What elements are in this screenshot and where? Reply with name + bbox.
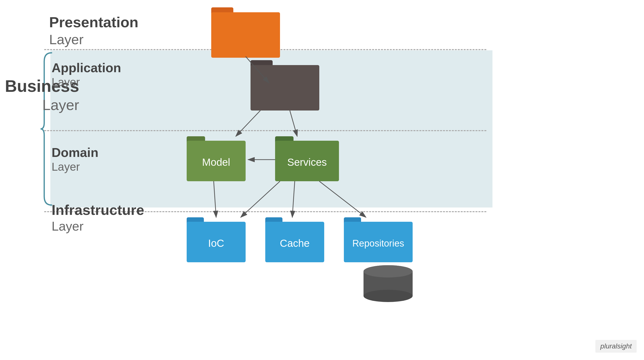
presentation-layer-label: Presentation Layer	[49, 14, 138, 48]
model-folder: Model	[187, 136, 246, 181]
repositories-folder: Repositories	[344, 217, 413, 262]
diagram-container: Presentation Layer Business Layer Applic…	[0, 0, 644, 360]
cache-folder-label: Cache	[265, 235, 324, 249]
application-bold: Application	[52, 60, 121, 76]
repositories-folder-body: Repositories	[344, 222, 413, 262]
domain-light: Layer	[52, 160, 98, 174]
application-folder	[250, 60, 319, 110]
services-folder-body: Services	[275, 141, 339, 181]
business-curly-brace	[39, 52, 53, 206]
infrastructure-bold: Infrastructure	[52, 201, 144, 218]
repositories-folder-label: Repositories	[344, 236, 413, 248]
services-folder-label: Services	[275, 154, 339, 168]
dashed-line-2	[44, 130, 486, 131]
presentation-bold: Presentation	[49, 14, 138, 31]
infrastructure-light: Layer	[52, 218, 144, 234]
business-light: Layer	[5, 96, 79, 114]
application-folder-body	[250, 65, 319, 110]
ioc-folder-body: IoC	[187, 222, 246, 262]
cache-folder-body: Cache	[265, 222, 324, 262]
svg-point-2	[364, 290, 413, 302]
domain-bold: Domain	[52, 145, 98, 160]
application-layer-label: Application Layer	[52, 60, 121, 89]
model-folder-body: Model	[187, 141, 246, 181]
cache-folder: Cache	[265, 217, 324, 262]
svg-point-3	[364, 265, 413, 278]
ioc-folder: IoC	[187, 217, 246, 262]
watermark-text: pluralsight	[600, 342, 632, 350]
presentation-light: Layer	[49, 31, 138, 48]
database-cylinder	[361, 263, 415, 302]
presentation-folder-body	[211, 12, 280, 58]
pluralsight-watermark: pluralsight	[595, 340, 637, 353]
ioc-folder-label: IoC	[187, 235, 246, 249]
model-folder-label: Model	[187, 154, 246, 168]
infrastructure-layer-label: Infrastructure Layer	[52, 201, 144, 234]
application-light: Layer	[52, 76, 121, 89]
presentation-folder	[211, 7, 280, 58]
domain-layer-label: Domain Layer	[52, 145, 98, 174]
services-folder: Services	[275, 136, 339, 181]
